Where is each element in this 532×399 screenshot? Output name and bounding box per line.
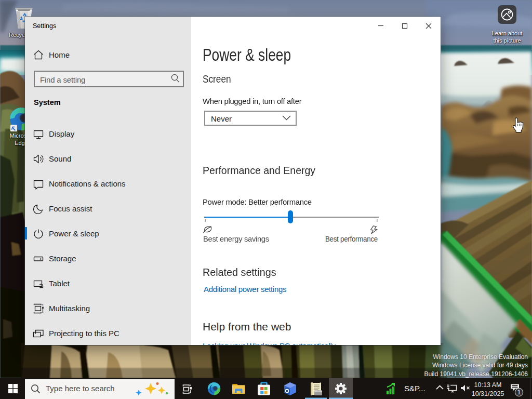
svg-text:Type here to search: Type here to search [46,384,115,393]
svg-text:10:13 AM: 10:13 AM [474,381,502,389]
svg-text:1: 1 [517,389,521,396]
svg-text:S&P...: S&P... [404,384,425,393]
svg-text:10/31/2025: 10/31/2025 [472,390,504,397]
